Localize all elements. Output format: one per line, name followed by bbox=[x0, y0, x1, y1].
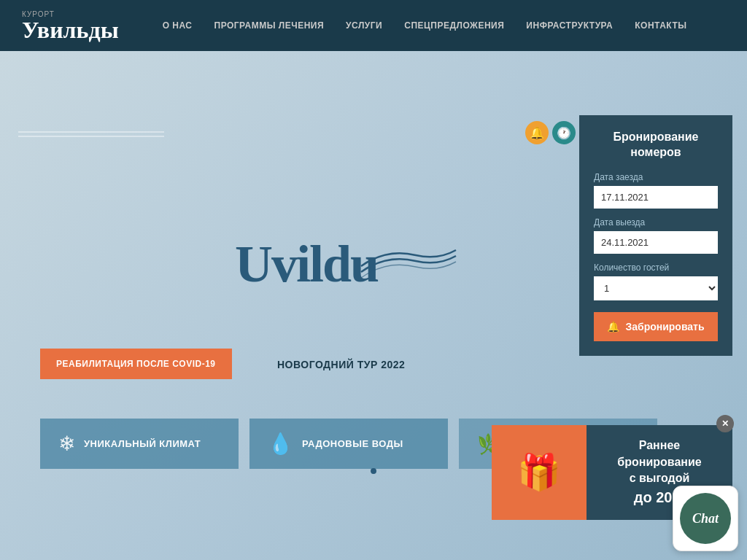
notification-icons: 🔔 🕐 bbox=[525, 121, 576, 144]
climate-label: УНИКАЛЬНЫЙ КЛИМАТ bbox=[84, 438, 201, 449]
climate-icon: ❄ bbox=[58, 432, 75, 456]
nav-about[interactable]: О НАС bbox=[163, 20, 193, 31]
checkout-label: Дата выезда bbox=[594, 217, 718, 228]
logo: КУРОРТ Увильды bbox=[22, 10, 119, 42]
bell-btn-icon: 🔔 bbox=[607, 321, 619, 332]
clock-icon[interactable]: 🕐 bbox=[552, 121, 576, 144]
nav-programs[interactable]: ПРОГРАММЫ ЛЕЧЕНИЯ bbox=[214, 20, 325, 31]
chat-icon: Chat bbox=[680, 493, 731, 544]
nav-contacts[interactable]: КОНТАКТЫ bbox=[635, 20, 686, 31]
promo-line3: с выгодой bbox=[630, 472, 690, 484]
booking-title: Бронирование номеров bbox=[594, 130, 718, 160]
logo-main: Увильды bbox=[22, 18, 119, 42]
decorative-lines bbox=[18, 131, 164, 133]
slide-indicator bbox=[371, 468, 376, 474]
checkin-input[interactable] bbox=[594, 186, 718, 209]
promo-gift-icon: 🎁 bbox=[492, 425, 587, 520]
swoosh-decoration bbox=[357, 244, 460, 288]
book-button-label: Забронировать bbox=[625, 321, 704, 332]
promo-close-button[interactable]: ✕ bbox=[716, 415, 734, 432]
guests-label: Количество гостей bbox=[594, 262, 718, 273]
checkin-label: Дата заезда bbox=[594, 172, 718, 182]
water-icon: 💧 bbox=[268, 432, 293, 456]
bell-icon[interactable]: 🔔 bbox=[525, 121, 549, 144]
covid-banner-btn[interactable]: РЕАБИЛИТАЦИЯ ПОСЛЕ COVID-19 bbox=[40, 349, 232, 379]
guests-select[interactable]: 1 2 3 4 5 bbox=[594, 276, 718, 300]
newyear-banner-btn[interactable]: НОВОГОДНИЙ ТУР 2022 bbox=[277, 349, 405, 381]
gift-emoji: 🎁 bbox=[517, 452, 561, 493]
nav-services[interactable]: УСЛУГИ bbox=[346, 20, 382, 31]
main-hero: Uvildu 🔔 🕐 Бронирование номеров Дата зае… bbox=[0, 51, 747, 560]
checkout-input[interactable] bbox=[594, 231, 718, 254]
promo-line1: Раннее bbox=[639, 439, 680, 451]
nav-offers[interactable]: СПЕЦПРЕДЛОЖЕНИЯ bbox=[404, 20, 504, 31]
booking-panel: Бронирование номеров Дата заезда Дата вы… bbox=[579, 115, 732, 356]
book-button[interactable]: 🔔 Забронировать bbox=[594, 312, 718, 341]
feature-water[interactable]: 💧 РАДОНОВЫЕ ВОДЫ bbox=[249, 419, 448, 469]
feature-climate[interactable]: ❄ УНИКАЛЬНЫЙ КЛИМАТ bbox=[40, 419, 239, 469]
chat-button[interactable]: Chat bbox=[673, 486, 738, 551]
header: КУРОРТ Увильды О НАС ПРОГРАММЫ ЛЕЧЕНИЯ У… bbox=[0, 0, 747, 51]
nav-infra[interactable]: ИНФРАСТРУКТУРА bbox=[526, 20, 613, 31]
chat-label: Chat bbox=[692, 511, 719, 526]
water-label: РАДОНОВЫЕ ВОДЫ bbox=[302, 438, 403, 449]
main-nav: О НАС ПРОГРАММЫ ЛЕЧЕНИЯ УСЛУГИ СПЕЦПРЕДЛ… bbox=[163, 20, 687, 31]
promo-line2: бронирование bbox=[617, 456, 701, 468]
